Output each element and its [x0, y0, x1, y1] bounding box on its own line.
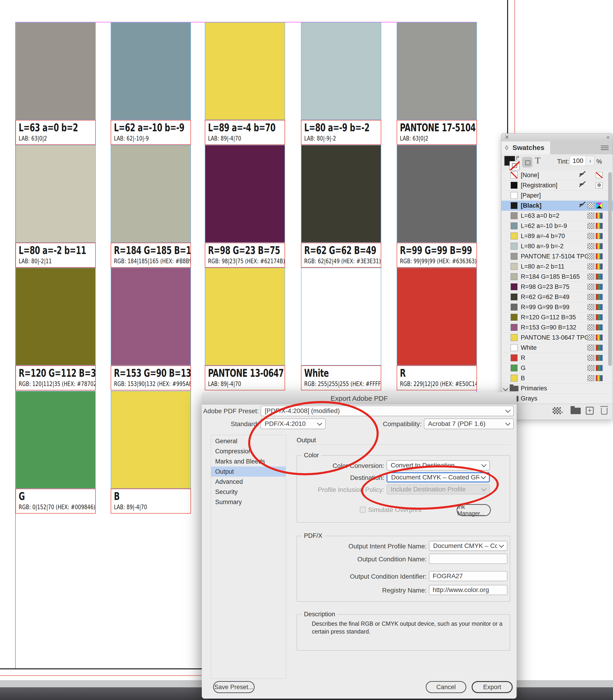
- swatch-row[interactable]: L=80 a=-2 b=11: [501, 262, 613, 272]
- new-color-group-icon[interactable]: [571, 408, 581, 414]
- swatch-row[interactable]: L=89 a=-4 b=70: [501, 231, 613, 241]
- swatch-cell[interactable]: L=63 a=0 b=2LAB: 63|0|2: [15, 22, 96, 145]
- compatibility-dropdown[interactable]: Acrobat 7 (PDF 1.6): [424, 418, 514, 429]
- save-preset-button[interactable]: Save Preset...: [213, 681, 255, 693]
- swatch-row[interactable]: PANTONE 17-5104 TPG: [501, 251, 613, 262]
- swatch-row[interactable]: R=98 G=23 B=75: [501, 282, 613, 292]
- ink-manager-button[interactable]: Ink Manager...: [457, 504, 491, 516]
- cancel-button[interactable]: Cancel: [426, 681, 466, 693]
- swatch-label-frame[interactable]: L=62 a=-10 b=-9LAB: 62|-10|-9: [111, 120, 191, 145]
- nav-item-advanced[interactable]: Advanced: [211, 477, 286, 487]
- color-swatch-block[interactable]: [15, 391, 96, 489]
- swatch-views-icon[interactable]: [552, 407, 561, 414]
- swatch-cell[interactable]: R=120 G=112 B=35RGB: 120|112|35 (HEX: #7…: [15, 268, 96, 390]
- swatch-row[interactable]: White: [501, 343, 613, 353]
- swatch-row[interactable]: L=63 a=0 b=2: [501, 211, 613, 221]
- swatch-cell[interactable]: R=62 G=62 B=49RGB: 62|62|49 (HEX: #3E3E3…: [301, 145, 381, 268]
- swatch-row[interactable]: PANTONE 13-0647 TPG: [501, 333, 613, 343]
- swatch-cell[interactable]: PANTONE 13-0647 TPGLAB: 89|-4|70: [205, 268, 285, 390]
- swatch-row[interactable]: L=80 a=-9 b=-2: [501, 241, 613, 251]
- new-swatch-icon[interactable]: +: [586, 407, 594, 415]
- swatch-cell[interactable]: L=80 a=-9 b=-2LAB: 80|-9|-2: [301, 22, 381, 145]
- color-swatch-block[interactable]: [15, 22, 96, 120]
- color-swatch-block[interactable]: [301, 22, 381, 120]
- swatch-row[interactable]: R=153 G=90 B=132: [501, 323, 613, 333]
- swatch-label-frame[interactable]: L=63 a=0 b=2LAB: 63|0|2: [15, 120, 96, 145]
- swatch-cell[interactable]: R=184 G=185 B=165RGB: 184|185|165 (HEX: …: [111, 145, 191, 268]
- nav-item-security[interactable]: Security: [211, 487, 286, 497]
- formatting-affects-container-icon[interactable]: [522, 157, 532, 167]
- color-swatch-block[interactable]: [111, 22, 191, 120]
- registry-name-input[interactable]: http://www.color.org: [429, 585, 507, 595]
- output-condition-name-input[interactable]: [429, 554, 507, 564]
- swatch-row[interactable]: R=62 G=62 B=49: [501, 292, 613, 302]
- color-swatch-block[interactable]: [397, 22, 477, 120]
- swatch-row[interactable]: B: [501, 373, 613, 384]
- swatch-row[interactable]: G: [501, 363, 613, 373]
- swatch-label-frame[interactable]: PANTONE 13-0647 TPGLAB: 89|-4|70: [205, 365, 285, 390]
- color-swatch-block[interactable]: [301, 145, 381, 243]
- output-intent-dropdown[interactable]: Document CMYK – Coated ...: [429, 541, 507, 551]
- swatch-cell[interactable]: L=62 a=-10 b=-9LAB: 62|-10|-9: [111, 22, 191, 145]
- swatch-cell[interactable]: GRGB: 0|152|70 (HEX: #009846): [15, 391, 96, 514]
- color-swatch-block[interactable]: [397, 268, 477, 365]
- swatch-row[interactable]: R=120 G=112 B=35: [501, 312, 613, 323]
- swatch-label-frame[interactable]: R=62 G=62 B=49RGB: 62|62|49 (HEX: #3E3E3…: [301, 243, 381, 268]
- color-swatch-block[interactable]: [111, 391, 191, 489]
- swatch-label-frame[interactable]: PANTONE 17-5104 TPGLAB: 63|0|2: [397, 120, 477, 145]
- swatch-group-row[interactable]: Primaries: [501, 384, 613, 393]
- color-swatch-block[interactable]: [205, 145, 285, 243]
- swatch-label-frame[interactable]: GRGB: 0|152|70 (HEX: #009846): [15, 489, 96, 514]
- swap-fill-stroke-icon[interactable]: ↱: [515, 155, 520, 161]
- swatch-label-frame[interactable]: L=80 a=-9 b=-2LAB: 80|-9|-2: [301, 120, 381, 145]
- swatch-row[interactable]: L=62 a=-10 b=-9: [501, 221, 613, 231]
- swatch-label-frame[interactable]: L=89 a=-4 b=70LAB: 89|-4|70: [205, 120, 285, 145]
- output-condition-identifier-input[interactable]: FOGRA27: [429, 571, 507, 581]
- swatch-cell[interactable]: BLAB: 89|-4|70: [111, 391, 191, 514]
- swatch-label-frame[interactable]: R=184 G=185 B=165RGB: 184|185|165 (HEX: …: [111, 243, 191, 268]
- formatting-affects-text-icon[interactable]: T: [535, 155, 540, 166]
- swatch-label-frame[interactable]: R=99 G=99 B=99RGB: 99|99|99 (HEX: #63636…: [397, 243, 477, 268]
- tab-swatches[interactable]: ◊ Swatches: [501, 141, 550, 154]
- tint-dropdown-icon[interactable]: ›: [586, 156, 595, 166]
- swatch-cell[interactable]: RRGB: 229|12|20 (HEX: #E50C14): [397, 268, 477, 390]
- swatch-cell[interactable]: WhiteRGB: 255|255|255 (HEX: #FFFFFF): [301, 268, 381, 390]
- stroke-color-proxy[interactable]: [509, 161, 520, 170]
- swatch-cell[interactable]: R=99 G=99 B=99RGB: 99|99|99 (HEX: #63636…: [397, 145, 477, 268]
- close-icon[interactable]: ✕: [505, 134, 509, 141]
- swatch-cell[interactable]: L=89 a=-4 b=70LAB: 89|-4|70: [205, 22, 285, 145]
- swatch-cell[interactable]: L=80 a=-2 b=11LAB: 80|-2|11: [15, 145, 96, 268]
- color-swatch-block[interactable]: [15, 145, 96, 243]
- panel-toggle-icon[interactable]: ◊: [505, 144, 508, 152]
- color-swatch-block[interactable]: [111, 268, 191, 365]
- swatch-cell[interactable]: R=153 G=90 B=132RGB: 153|90|132 (HEX: #9…: [111, 268, 191, 390]
- color-swatch-block[interactable]: [205, 268, 285, 365]
- swatch-label-frame[interactable]: WhiteRGB: 255|255|255 (HEX: #FFFFFF): [301, 365, 381, 390]
- swatch-label-frame[interactable]: R=120 G=112 B=35RGB: 120|112|35 (HEX: #7…: [15, 365, 96, 390]
- panel-scrollbar[interactable]: [608, 172, 612, 366]
- swatch-row[interactable]: R: [501, 353, 613, 363]
- swatch-row[interactable]: R=99 G=99 B=99: [501, 302, 613, 312]
- swatch-row[interactable]: [Registration]✒⊕: [501, 180, 613, 191]
- panel-menu-icon[interactable]: [601, 146, 609, 151]
- color-swatch-block[interactable]: [15, 268, 96, 365]
- swatch-label-frame[interactable]: R=98 G=23 B=75RGB: 98|23|75 (HEX: #62174…: [205, 243, 285, 268]
- color-swatch-block[interactable]: [397, 145, 477, 243]
- swatch-label-frame[interactable]: R=153 G=90 B=132RGB: 153|90|132 (HEX: #9…: [111, 365, 191, 390]
- nav-item-summary[interactable]: Summary: [211, 497, 286, 507]
- color-swatch-block[interactable]: [111, 145, 191, 243]
- swatch-row[interactable]: [Black]✒: [501, 201, 613, 211]
- swatch-label-frame[interactable]: RRGB: 229|12|20 (HEX: #E50C14): [397, 365, 477, 390]
- export-button[interactable]: Export: [472, 681, 513, 693]
- swatch-row[interactable]: R=184 G=185 B=165: [501, 272, 613, 282]
- delete-swatch-icon[interactable]: [601, 408, 608, 415]
- swatch-label-frame[interactable]: BLAB: 89|-4|70: [111, 489, 191, 514]
- collapse-panel-icon[interactable]: «: [607, 133, 609, 141]
- swatch-cell[interactable]: PANTONE 17-5104 TPGLAB: 63|0|2: [397, 22, 477, 145]
- swatch-label-frame[interactable]: L=80 a=-2 b=11LAB: 80|-2|11: [15, 243, 96, 268]
- swatch-cell[interactable]: R=98 G=23 B=75RGB: 98|23|75 (HEX: #62174…: [205, 145, 285, 268]
- dialog-titlebar[interactable]: Export Adobe PDF: [202, 392, 517, 404]
- chevron-down-icon[interactable]: [503, 386, 508, 391]
- tint-input[interactable]: 100: [570, 156, 586, 166]
- swatch-row[interactable]: [Paper]: [501, 191, 613, 201]
